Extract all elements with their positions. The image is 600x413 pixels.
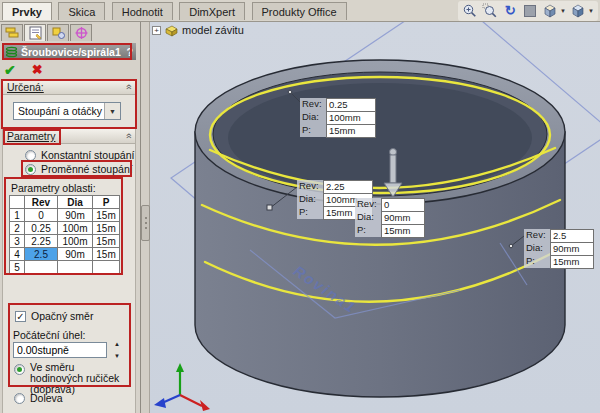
configuration-manager-tab[interactable]: [47, 24, 69, 41]
property-manager-tab[interactable]: [24, 24, 46, 41]
table-row: 20.25100m15m: [10, 222, 120, 235]
checkbox-check-icon[interactable]: ✓: [15, 311, 26, 322]
feature-title-bar: Šroubovice/spirála1 ?: [2, 43, 136, 60]
start-angle-input[interactable]: [13, 342, 107, 358]
variable-pitch-radio[interactable]: Proměnné stoupání: [25, 163, 133, 175]
helix-callout-rev025: Rev:0.25 Dia:100mm P:15mm: [300, 98, 376, 137]
tab-hodnotit[interactable]: Hodnotit: [112, 2, 173, 20]
col-header: [10, 196, 25, 209]
tab-prvky[interactable]: Prvky: [2, 2, 52, 20]
help-button[interactable]: ?: [127, 46, 133, 58]
clockwise-radio[interactable]: Ve směru hodinových ručiček (doprava): [14, 362, 128, 395]
counterclockwise-radio[interactable]: Doleva: [14, 392, 63, 404]
tab-dimxpert[interactable]: DimXpert: [179, 2, 245, 20]
parameters-header[interactable]: Parametry »: [3, 129, 135, 144]
part-icon: [164, 24, 179, 37]
feature-manager-tab[interactable]: [1, 24, 23, 41]
col-header-p: P: [93, 196, 120, 209]
cancel-button[interactable]: ✖: [32, 62, 43, 78]
region-parameters-table: Rev Dia P 1090m15m 20.25100m15m 32.25100…: [9, 195, 120, 274]
start-angle-label: Počáteční úhel:: [13, 329, 85, 341]
panel-splitter[interactable]: [140, 22, 150, 413]
dropdown-arrow-icon[interactable]: ▼: [104, 103, 120, 119]
view-toolbar: ↻ ▼ ▼: [458, 1, 598, 21]
ok-button[interactable]: ✔: [4, 62, 16, 78]
view-orientation-dropdown-icon[interactable]: ▼: [560, 8, 566, 14]
radio-selected-icon[interactable]: [14, 364, 25, 375]
region-parameters-label: Parametry oblasti:: [11, 182, 96, 194]
zoom-to-fit-icon[interactable]: [462, 3, 478, 19]
dimxpert-target-icon: [74, 26, 89, 40]
radio-selected-icon[interactable]: [25, 164, 36, 175]
defined-by-group: Určená: » Stoupání a otáčky ▼: [2, 79, 136, 128]
display-style-icon[interactable]: [570, 3, 586, 19]
coordinate-triad: [154, 363, 210, 411]
rotate-view-icon[interactable]: ↻: [502, 3, 518, 19]
solidworks-window: Prvky Skica Hodnotit DimXpert Produkty O…: [0, 0, 600, 413]
reverse-direction-checkbox[interactable]: ✓ Opačný směr: [15, 310, 93, 322]
helix-icon: [5, 46, 18, 58]
col-header-dia: Dia: [58, 196, 93, 209]
collapse-chevron-icon[interactable]: »: [124, 84, 134, 90]
dimxpert-manager-tab[interactable]: [70, 24, 92, 41]
table-row: 5: [10, 261, 120, 274]
pan-icon[interactable]: [522, 3, 538, 19]
tab-skica[interactable]: Skica: [58, 2, 105, 20]
table-row: 42.590m15m: [10, 248, 120, 261]
helix-callout-rev0: Rev:0 Dia:90mm P:15mm: [355, 198, 425, 237]
feature-tree-icon: [5, 26, 20, 40]
pm-actions: ✔ ✖: [4, 61, 134, 79]
spinner-up-icon[interactable]: ▲: [114, 341, 120, 347]
tree-item-label[interactable]: model závitu: [182, 24, 244, 36]
parameters-group: Parametry » Konstantní stoupání Proměnné…: [2, 128, 136, 413]
start-angle-spinner: ▲ ▼: [111, 341, 123, 359]
zoom-to-area-icon[interactable]: [482, 3, 498, 19]
col-header-rev: Rev: [25, 196, 58, 209]
configuration-icon: [51, 26, 66, 40]
collapse-chevron-icon[interactable]: »: [124, 133, 134, 139]
tab-produkty-office[interactable]: Produkty Office: [252, 2, 347, 20]
constant-pitch-radio[interactable]: Konstantní stoupání: [25, 149, 134, 161]
splitter-grip[interactable]: [141, 205, 150, 241]
defined-by-header[interactable]: Určená: »: [3, 80, 135, 95]
helix-callout-rev25: Rev:2.5 Dia:90mm P:15mm: [524, 229, 594, 268]
display-style-dropdown-icon[interactable]: ▼: [588, 8, 594, 14]
command-bar: Prvky Skica Hodnotit DimXpert Produkty O…: [0, 0, 600, 22]
selected-cell[interactable]: 2.5: [25, 248, 58, 261]
table-row: 1090m15m: [10, 209, 120, 222]
spinner-down-icon[interactable]: ▼: [114, 353, 120, 359]
radio-icon[interactable]: [14, 393, 25, 404]
table-row: 32.25100m15m: [10, 235, 120, 248]
view-orientation-icon[interactable]: [542, 3, 558, 19]
property-sheet-icon: [28, 26, 43, 40]
defined-by-dropdown[interactable]: Stoupání a otáčky ▼: [13, 102, 121, 120]
feature-tree-item: + model závitu: [152, 22, 244, 38]
graphics-viewport[interactable]: + model závitu Rovina1 Rev:0.25 Dia:100m…: [150, 22, 600, 413]
property-manager-panel: Šroubovice/spirála1 ? ✔ ✖ Určená: » Stou…: [0, 22, 140, 413]
radio-icon[interactable]: [25, 150, 36, 161]
feature-title: Šroubovice/spirála1: [21, 46, 121, 58]
tree-expand-icon[interactable]: +: [152, 26, 161, 35]
